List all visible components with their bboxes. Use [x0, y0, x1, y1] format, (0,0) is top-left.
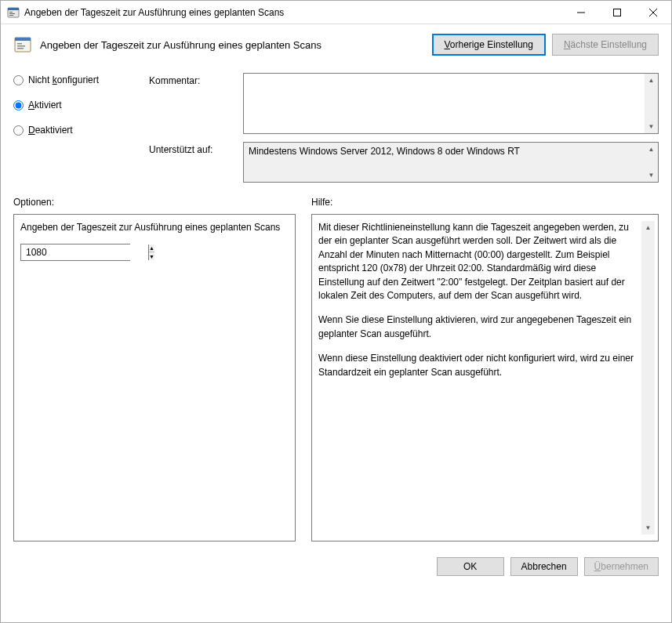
supported-field-wrap: Mindestens Windows Server 2012, Windows … — [243, 142, 659, 183]
time-value-input[interactable] — [21, 244, 148, 260]
comment-field[interactable] — [244, 74, 645, 133]
scroll-down-icon[interactable]: ▼ — [645, 120, 658, 133]
next-setting-button[interactable]: Nächste Einstellung — [552, 34, 659, 56]
spinner-up-icon[interactable]: ▲ — [149, 244, 154, 253]
svg-rect-2 — [9, 12, 13, 13]
help-text: Mit dieser Richtlinieneinstellung kann d… — [318, 221, 641, 534]
policy-icon — [7, 6, 20, 19]
svg-rect-3 — [9, 13, 15, 14]
svg-rect-6 — [614, 9, 621, 16]
svg-rect-10 — [15, 38, 31, 41]
radio-activated[interactable]: Aktiviert — [13, 100, 135, 110]
svg-rect-12 — [17, 45, 25, 47]
supported-value: Mindestens Windows Server 2012, Windows … — [244, 143, 645, 182]
comment-label: Kommentar: — [149, 73, 235, 134]
options-panel: Angeben der Tageszeit zur Ausführung ein… — [13, 214, 296, 542]
previous-setting-button[interactable]: Vorherige Einstellung — [432, 34, 546, 56]
window-title: Angeben der Tageszeit zur Ausführung ein… — [24, 7, 563, 18]
option-description: Angeben der Tageszeit zur Ausführung ein… — [20, 221, 292, 234]
page-title: Angeben der Tageszeit zur Ausführung ein… — [40, 39, 432, 51]
radio-deactivated[interactable]: Deaktiviert — [13, 125, 135, 136]
help-label: Hilfe: — [311, 197, 332, 208]
radio-not-configured[interactable]: Nicht konfiguriert — [13, 74, 135, 85]
header: Angeben der Tageszeit zur Ausführung ein… — [13, 34, 659, 56]
comment-field-wrap: ▲ ▼ — [243, 73, 659, 134]
scroll-up-icon[interactable]: ▲ — [645, 143, 658, 156]
scroll-down-icon[interactable]: ▼ — [641, 521, 655, 534]
options-label: Optionen: — [13, 197, 296, 208]
svg-rect-11 — [17, 43, 22, 45]
svg-rect-1 — [8, 8, 19, 10]
titlebar: Angeben der Tageszeit zur Ausführung ein… — [1, 1, 671, 24]
help-panel: Mit dieser Richtlinieneinstellung kann d… — [311, 214, 659, 542]
cancel-button[interactable]: Abbrechen — [510, 557, 578, 576]
state-radio-group: Nicht konfiguriert Aktiviert Deaktiviert — [13, 73, 135, 183]
maximize-button[interactable] — [599, 1, 635, 24]
supported-label: Unterstützt auf: — [149, 142, 235, 183]
window-controls — [563, 1, 671, 24]
spinner-down-icon[interactable]: ▼ — [149, 252, 154, 260]
scroll-up-icon[interactable]: ▲ — [641, 221, 655, 234]
dialog-footer: OK Abbrechen Übernehmen — [1, 548, 671, 585]
time-value-spinner[interactable]: ▲ ▼ — [20, 244, 130, 261]
apply-button[interactable]: Übernehmen — [584, 557, 659, 576]
ok-button[interactable]: OK — [437, 557, 504, 576]
scroll-down-icon[interactable]: ▼ — [645, 168, 658, 182]
close-button[interactable] — [635, 1, 671, 24]
scroll-up-icon[interactable]: ▲ — [645, 74, 658, 87]
minimize-button[interactable] — [563, 1, 599, 24]
svg-rect-13 — [17, 48, 24, 49]
policy-header-icon — [13, 35, 32, 54]
svg-rect-4 — [9, 15, 13, 16]
